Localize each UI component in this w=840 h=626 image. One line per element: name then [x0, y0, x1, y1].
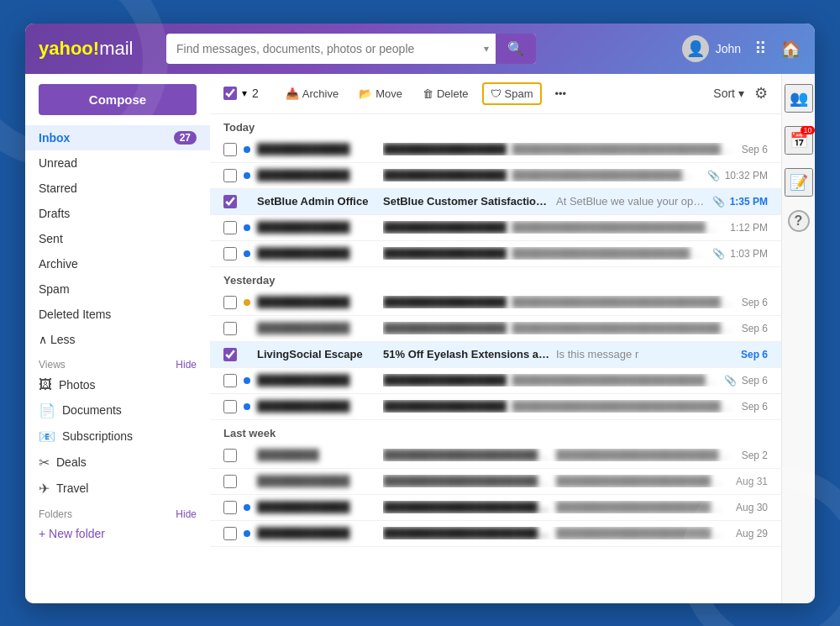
- subscriptions-label: Subscriptions: [62, 429, 133, 443]
- email-time: Sep 6: [741, 349, 768, 360]
- email-checkbox[interactable]: [223, 221, 237, 234]
- email-time: Sep 6: [742, 144, 768, 155]
- email-row[interactable]: ████████████ ████████████████ ██████████…: [210, 316, 781, 342]
- select-all-checkbox[interactable]: [223, 87, 237, 100]
- search-chevron-icon: ▾: [477, 43, 496, 55]
- email-checkbox[interactable]: [223, 400, 237, 413]
- email-row[interactable]: ████████████ ████████████████ ██████████…: [210, 163, 781, 189]
- user-info[interactable]: 👤 John: [682, 35, 741, 62]
- email-subject: ████████████████: [383, 322, 507, 334]
- email-content: ████████████████████████ ███████████████…: [383, 449, 735, 461]
- delete-label: Delete: [437, 87, 469, 100]
- unread-dot: [244, 299, 250, 306]
- sidebar-item-deals[interactable]: ✂ Deals: [25, 450, 210, 476]
- notepad-button[interactable]: 📝: [785, 168, 813, 197]
- email-content: ████████████████ ███████████████████████…: [383, 169, 701, 181]
- email-checkbox[interactable]: [223, 143, 237, 156]
- email-checkbox[interactable]: [223, 374, 237, 387]
- new-folder-button[interactable]: + New folder: [25, 522, 210, 545]
- email-row[interactable]: ████████████ ████████████████ ██████████…: [210, 368, 781, 394]
- email-checkbox[interactable]: [223, 348, 237, 361]
- apps-grid-button[interactable]: ⠿: [754, 39, 767, 59]
- sidebar-item-sent[interactable]: Sent: [25, 226, 210, 251]
- email-sender: ████████████: [257, 169, 383, 181]
- email-checkbox[interactable]: [223, 195, 237, 208]
- email-content: ████████████████████████ ███████████████…: [383, 527, 729, 539]
- email-checkbox[interactable]: [223, 527, 237, 540]
- settings-button[interactable]: ⚙: [754, 84, 768, 103]
- email-row[interactable]: ████████████ ████████████████████████ ██…: [210, 521, 781, 547]
- folders-section-header: Folders Hide: [25, 502, 210, 522]
- email-subject: 51% Off Eyelash Extensions at Pure Envy …: [383, 348, 551, 360]
- email-row[interactable]: ████████████ ████████████████ ██████████…: [210, 241, 781, 267]
- sort-button[interactable]: Sort ▾: [713, 87, 744, 100]
- email-subject: SetBlue Customer Satisfaction Survey: [383, 195, 551, 208]
- help-button[interactable]: ?: [788, 210, 810, 232]
- sidebar-item-drafts[interactable]: Drafts: [25, 201, 210, 226]
- sidebar-item-photos[interactable]: 🖼 Photos: [25, 372, 210, 397]
- email-checkbox[interactable]: [223, 475, 237, 488]
- email-meta: Sep 6: [741, 349, 768, 360]
- sidebar-item-travel[interactable]: ✈ Travel: [25, 476, 210, 502]
- less-label: ∧ Less: [39, 333, 75, 346]
- email-row[interactable]: ████████████ ████████████████████████ ██…: [210, 469, 781, 495]
- contacts-button[interactable]: 👥: [785, 84, 813, 113]
- email-time: Aug 29: [736, 528, 768, 539]
- email-meta: Aug 29: [736, 528, 768, 539]
- email-checkbox[interactable]: [223, 322, 237, 335]
- email-row[interactable]: ████████████ ████████████████ ██████████…: [210, 215, 781, 241]
- views-hide-link[interactable]: Hide: [176, 359, 197, 371]
- delete-button[interactable]: 🗑 Delete: [416, 84, 475, 103]
- email-row[interactable]: ████████████ ████████████████████████ ██…: [210, 495, 781, 521]
- header-actions: 👤 John ⠿ 🏠: [682, 35, 801, 62]
- folders-hide-link[interactable]: Hide: [176, 508, 197, 520]
- email-row-selected[interactable]: LivingSocial Escape 51% Off Eyelash Exte…: [210, 342, 781, 368]
- home-button[interactable]: 🏠: [780, 39, 801, 59]
- email-row-selected[interactable]: SetBlue Admin Office SetBlue Customer Sa…: [210, 189, 781, 215]
- sidebar-less-toggle[interactable]: ∧ Less: [25, 327, 210, 352]
- email-content: ████████████████ ███████████████████████…: [383, 296, 735, 308]
- calendar-button[interactable]: 📅 10: [785, 126, 813, 155]
- email-preview: ████████████████████████████████████████: [556, 501, 729, 513]
- photos-label: Photos: [59, 378, 96, 392]
- spam-button[interactable]: 🛡 Spam: [482, 82, 542, 105]
- travel-icon: ✈: [39, 481, 50, 497]
- sidebar-item-label: Starred: [39, 181, 77, 195]
- unread-dot: [244, 146, 250, 153]
- sidebar-item-unread[interactable]: Unread: [25, 150, 210, 176]
- email-row[interactable]: ████████ ████████████████████████ ██████…: [210, 443, 781, 469]
- sidebar-item-documents[interactable]: 📄 Documents: [25, 397, 210, 423]
- avatar: 👤: [682, 35, 709, 62]
- email-row[interactable]: ████████████ ████████████████ ██████████…: [210, 394, 781, 420]
- email-checkbox[interactable]: [223, 247, 237, 260]
- sidebar-item-subscriptions[interactable]: 📧 Subscriptions: [25, 423, 210, 450]
- unread-dot: [244, 530, 250, 537]
- archive-button[interactable]: 📥 Archive: [279, 84, 345, 103]
- email-checkbox[interactable]: [223, 296, 237, 309]
- email-checkbox[interactable]: [223, 449, 237, 462]
- sidebar-item-archive[interactable]: Archive: [25, 251, 210, 276]
- sidebar-item-deleted[interactable]: Deleted Items: [25, 302, 210, 327]
- main-layout: Compose Inbox 27 Unread Starred Drafts S…: [25, 74, 815, 603]
- email-row[interactable]: ████████████ ████████████████ ██████████…: [210, 137, 781, 163]
- email-row[interactable]: ████████████ ████████████████ ██████████…: [210, 290, 781, 316]
- chevron-down-icon[interactable]: ▾: [242, 87, 247, 99]
- more-button[interactable]: •••: [549, 84, 574, 103]
- sidebar-item-inbox[interactable]: Inbox 27: [25, 125, 210, 150]
- email-preview: ████████████████████████████████████████: [512, 143, 734, 155]
- email-meta: 📎 1:35 PM: [712, 196, 768, 208]
- search-button[interactable]: 🔍: [496, 34, 536, 64]
- email-time: 1:35 PM: [730, 196, 768, 208]
- email-time: Sep 6: [742, 323, 768, 334]
- email-checkbox[interactable]: [223, 169, 237, 182]
- email-checkbox[interactable]: [223, 501, 237, 514]
- search-icon: 🔍: [507, 40, 524, 56]
- compose-button[interactable]: Compose: [39, 84, 197, 115]
- sidebar-item-spam[interactable]: Spam: [25, 276, 210, 302]
- unread-dot: [244, 403, 250, 410]
- search-input[interactable]: [166, 35, 477, 62]
- move-button[interactable]: 📂 Move: [352, 84, 409, 103]
- sidebar-item-starred[interactable]: Starred: [25, 176, 210, 201]
- email-sender: ████████████: [257, 322, 383, 334]
- email-preview: ████████████████████████████████████████: [556, 527, 729, 539]
